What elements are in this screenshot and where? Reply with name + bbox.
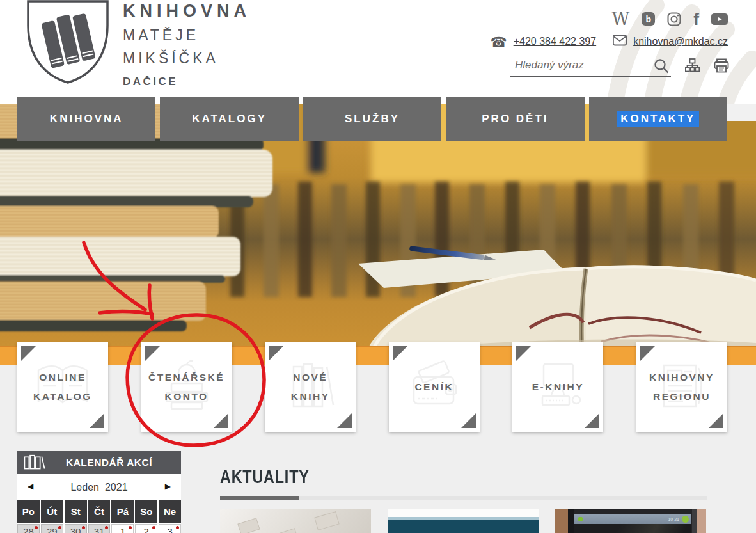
day-header: St [65, 500, 87, 523]
calendar-dates-row: 28 29 30 31 1 2 3 [17, 524, 181, 533]
instagram-icon[interactable] [667, 12, 681, 26]
date-number: 29 [47, 526, 58, 533]
kiosk-clock: 10 21 [668, 517, 679, 521]
hero-image [0, 104, 756, 365]
date-cell[interactable]: 2 [135, 524, 157, 533]
facebook-icon[interactable]: f [693, 11, 699, 28]
event-dot [82, 526, 85, 529]
event-dot [176, 526, 179, 529]
event-dot [152, 526, 155, 529]
tile-line2: REGIONU [649, 387, 714, 406]
books-icon [23, 454, 46, 471]
nav-label: KNIHOVNA [50, 113, 123, 125]
search-input[interactable] [510, 56, 671, 77]
tile-line1: E-KNIHY [532, 378, 584, 397]
tile-line1: KNIHOVNY [649, 368, 714, 387]
quick-link-tiles: ONLINE KATALOG ČTENÁŘSKÉ KONTO [17, 342, 727, 432]
phone-contact: ☎ +420 384 422 397 [491, 35, 597, 49]
calendar-prev-icon[interactable]: ◀ [28, 482, 33, 490]
library-homepage: KNIHOVNA MATĚJE MIKŠÍČKA DAČICE W b f [0, 0, 756, 533]
phone-link[interactable]: +420 384 422 397 [514, 36, 596, 47]
nav-item-kontakty[interactable]: KONTAKTY [589, 97, 727, 141]
date-number: 31 [94, 526, 105, 533]
header: KNIHOVNA MATĚJE MIKŠÍČKA DAČICE W b f [0, 0, 756, 104]
email-contact: knihovna@mkdac.cz [613, 35, 728, 49]
event-dot [58, 526, 61, 529]
day-header: Po [17, 500, 40, 523]
date-number: 28 [23, 526, 34, 533]
blogger-icon[interactable]: b [642, 12, 655, 26]
day-header: So [135, 500, 157, 523]
event-dot [129, 526, 132, 529]
date-number: 2 [144, 526, 149, 533]
poster-teal-body [388, 520, 539, 533]
wikipedia-icon[interactable]: W [612, 10, 630, 28]
day-header: Pá [111, 500, 134, 523]
tile-online-katalog[interactable]: ONLINE KATALOG [17, 342, 108, 432]
news-divider [220, 496, 707, 500]
search-icon[interactable] [654, 58, 670, 77]
nav-label: KATALOGY [192, 113, 267, 125]
nav-item-pro-deti[interactable]: PRO DĚTI [446, 97, 584, 141]
nav-item-sluzby[interactable]: SLUŽBY [303, 97, 441, 141]
date-cell[interactable]: 3 [159, 524, 181, 533]
tile-cenik[interactable]: CENÍK [389, 342, 480, 432]
tile-line2: KNIHY [291, 387, 330, 406]
library-coat-of-arms-logo[interactable] [23, 0, 113, 84]
email-link[interactable]: knihovna@mkdac.cz [633, 36, 728, 47]
brand-line-3: MIKŠÍČKA [123, 50, 251, 67]
tile-label: ONLINE KATALOG [33, 368, 92, 406]
tile-line1: NOVÉ [291, 368, 330, 387]
site-title: KNIHOVNA MATĚJE MIKŠÍČKA DAČICE [123, 1, 251, 88]
tile-label: E-KNIHY [532, 378, 584, 397]
calendar-month: Leden [70, 482, 99, 493]
tile-label: NOVÉ KNIHY [291, 368, 330, 406]
contact-row: ☎ +420 384 422 397 knihovna@mkdac.cz [491, 35, 728, 49]
sitemap-icon[interactable] [685, 58, 700, 75]
tile-knihovny-regionu[interactable]: KNIHOVNY REGIONU [636, 342, 727, 432]
nav-item-knihovna[interactable]: KNIHOVNA [17, 97, 155, 141]
date-cell[interactable]: 1 [111, 524, 134, 533]
date-cell[interactable]: 31 [88, 524, 111, 533]
email-icon [613, 35, 627, 49]
wifi-icon [578, 517, 583, 521]
day-header: Út [41, 500, 63, 523]
date-cell[interactable]: 28 [17, 524, 40, 533]
date-number: 3 [167, 526, 172, 533]
tile-line2: KONTO [148, 387, 224, 406]
main-navigation: KNIHOVNA KATALOGY SLUŽBY PRO DĚTI KONTAK… [17, 97, 727, 141]
news-thumbnail-teal-poster[interactable] [388, 509, 539, 533]
tile-label: CENÍK [414, 378, 453, 397]
calendar-next-icon[interactable]: ▶ [165, 482, 171, 490]
brand-line-2: MATĚJE [123, 27, 251, 44]
tile-ctenarske-konto[interactable]: ČTENÁŘSKÉ KONTO [141, 342, 232, 432]
date-cell[interactable]: 29 [41, 524, 63, 533]
green-indicator-icon [682, 516, 689, 523]
tile-nove-knihy[interactable]: NOVÉ KNIHY [265, 342, 356, 432]
search-box [510, 56, 671, 77]
tile-line1: ČTENÁŘSKÉ [148, 368, 224, 387]
tile-e-knihy[interactable]: E-KNIHY [512, 342, 603, 432]
date-cell[interactable]: 30 [65, 524, 87, 533]
youtube-icon[interactable] [711, 13, 728, 25]
news-section: AKTUALITY [220, 461, 707, 533]
print-icon[interactable] [714, 58, 729, 76]
phone-icon: ☎ [491, 35, 507, 49]
news-thumbnail-kiosk-photo[interactable]: 10 21 [555, 509, 706, 533]
kiosk-screen [574, 524, 691, 533]
calendar-month-row: ◀ Leden 2021 ▶ [17, 474, 181, 500]
day-header: Čt [88, 500, 111, 523]
poster-top-band [388, 509, 539, 517]
search-row [510, 56, 729, 77]
date-number: 30 [70, 526, 81, 533]
hero-books-photo [0, 104, 756, 365]
tile-line1: ONLINE [33, 368, 92, 387]
tile-line2: KATALOG [33, 387, 92, 406]
tile-line1: CENÍK [414, 378, 453, 397]
brand-line-1: KNIHOVNA [123, 1, 251, 21]
event-calendar: KALENDÁŘ AKCÍ ◀ Leden 2021 ▶ Po Út St Čt… [17, 451, 181, 533]
social-links: W b f [612, 10, 728, 28]
news-thumbnail-library-interior[interactable] [220, 509, 371, 533]
news-thumbnails: 10 21 [220, 509, 707, 533]
nav-item-katalogy[interactable]: KATALOGY [160, 97, 298, 141]
